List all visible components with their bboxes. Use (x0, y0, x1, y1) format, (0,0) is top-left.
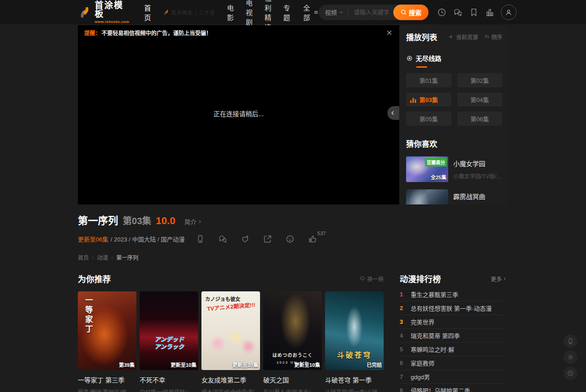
nav-all-label: 全部 (302, 3, 311, 22)
intro-link[interactable]: 简介 (184, 217, 202, 226)
feedback-icon[interactable] (564, 366, 577, 380)
chevron-right-icon (197, 219, 202, 224)
episode-badge: 全25集 (431, 173, 446, 181)
refresh-button[interactable]: 换一换 (359, 275, 384, 283)
poster-text: 一等家丁 (82, 296, 94, 334)
site-logo[interactable]: 首涂模板 www.ishoutu.com (78, 1, 130, 24)
ranking-item-title: 侵略吧！乌贼娘第二季 (411, 386, 470, 392)
like-count: 537 (317, 231, 326, 236)
ranking-item[interactable]: 4瑞克和莫蒂 第四季 (400, 329, 507, 343)
video-card[interactable]: 一等家丁第39集一等家丁 第三季枫茗/橙璃/罗梓弦/谢必安/... (78, 291, 136, 392)
rank-number: 4 (400, 332, 405, 339)
close-icon[interactable] (386, 29, 393, 36)
poster-image: 一等家丁第39集 (78, 291, 136, 370)
video-card[interactable]: はめつのおうこく2023 ON AIR更新至10集破灭之国石川界人/和气杏未/ (263, 291, 322, 392)
player-status-text: 正在连接请稍后... (78, 109, 399, 118)
speaker-icon (449, 34, 455, 40)
line-tab[interactable]: 无尽线路 (406, 54, 502, 68)
episode-button[interactable]: 第01集 (406, 73, 451, 87)
partner-logo-icon (163, 9, 169, 16)
collapse-playlist-button[interactable] (387, 106, 399, 120)
ranking-section: 动漫排行榜 更多 1重生之慕甄第三季2总有妖怪想害朕 第一季·动态漫3完美世界4… (400, 274, 507, 392)
recommend-section: 为你推荐 换一换 一等家丁第39集一等家丁 第三季枫茗/橙璃/罗梓弦/谢必安/.… (78, 274, 384, 392)
breadcrumb-link[interactable]: 动漫 (97, 253, 108, 261)
breadcrumb: 首页›动漫›第一序列 (78, 253, 508, 261)
nav-item[interactable]: 专题 (283, 3, 290, 22)
video-player[interactable]: 提醒： 不要轻易相信视频中的广告，谨防上当受骗！ 正在连接请稍后... (78, 25, 399, 204)
ranking-item[interactable]: 6家庭教师 (400, 356, 507, 370)
partner-logo[interactable]: 首涂模板 | 工作室 (163, 9, 215, 16)
ranking-icon[interactable] (485, 7, 495, 17)
ranking-title: 动漫排行榜 (400, 273, 441, 285)
message-icon[interactable] (453, 7, 463, 17)
episode-grid: 第01集第02集第03集第04集第05集第06集 (406, 73, 502, 126)
rank-number: 3 (400, 318, 405, 325)
more-button[interactable]: 更多 (491, 275, 507, 283)
hamburger-icon (314, 9, 319, 16)
episode-button[interactable]: 第05集 (406, 112, 451, 126)
logo-site: www.ishoutu.com (95, 20, 130, 24)
share-icon[interactable] (263, 234, 273, 244)
target-icon (406, 55, 413, 62)
card-subtitle: 枫茗/橙璃/罗梓弦/谢必安/... (78, 388, 136, 392)
episode-label: 第06集 (471, 114, 489, 123)
refresh-icon (359, 276, 365, 282)
like-icon[interactable]: 537 (308, 234, 318, 244)
gear-icon[interactable] (564, 350, 577, 364)
episode-label: 第03集 (419, 95, 438, 104)
nav-item[interactable]: 电视剧 (246, 0, 253, 27)
page: 首涂模板 www.ishoutu.com 首页 首涂模板 | 工作室 电影电视剧… (0, 0, 586, 392)
card-title: 破灭之国 (263, 375, 322, 384)
logo-icon (78, 5, 92, 20)
bookmark-icon[interactable] (469, 7, 479, 17)
guess-item-title: 小魔女学园 (453, 159, 502, 168)
poster-text: 斗破苍穹 (325, 349, 384, 360)
breadcrumb-link[interactable]: 首页 (78, 253, 89, 261)
mobile-icon[interactable] (195, 234, 206, 244)
mobile-app-icon[interactable] (564, 334, 577, 348)
comment-icon[interactable] (285, 234, 295, 244)
user-icon[interactable] (501, 5, 516, 20)
navbar-icons (437, 5, 516, 20)
card-subtitle: 中村悠一/佳原萌枝/ (140, 388, 198, 392)
logo-title: 首涂模板 (95, 1, 130, 18)
search-input[interactable] (353, 8, 393, 16)
nav-item-home[interactable]: 首页 (144, 3, 151, 22)
line-tab-label: 无尽线路 (416, 54, 441, 63)
episode-badge: 已完结 (367, 361, 382, 368)
ad-warning-bar: 提醒： 不要轻易相信视频中的广告，谨防上当受骗！ (78, 25, 399, 40)
rank-number: 5 (400, 346, 405, 353)
ranking-item[interactable]: 1重生之慕甄第三季 (400, 288, 507, 301)
nav-item[interactable]: 电影 (227, 3, 234, 22)
guess-title: 猜你喜欢 (406, 138, 502, 149)
episode-button[interactable]: 第02集 (457, 73, 503, 87)
playlist-sidebar: 播放列表 当前资源 倒序 无尽线路 (400, 25, 508, 204)
breadcrumb-separator: › (92, 254, 94, 261)
episode-button[interactable]: 第03集 (406, 92, 451, 107)
current-source-button[interactable]: 当前资源 (449, 33, 478, 41)
guess-item[interactable]: 更新至6集霹雳战冥曲霹雳战冥曲2022/霹雳... (406, 189, 502, 204)
wechat-icon[interactable] (218, 234, 228, 244)
ranking-item[interactable]: 2总有妖怪想害朕 第一季·动态漫 (400, 301, 507, 315)
ranking-item[interactable]: 7gdgd男 (400, 370, 507, 384)
rank-number: 1 (400, 291, 405, 298)
search-category-dropdown[interactable]: 视频 (325, 8, 343, 16)
ranking-item[interactable]: 8侵略吧！乌贼娘第二季 (400, 384, 507, 392)
navbar: 首涂模板 www.ishoutu.com 首页 首涂模板 | 工作室 电影电视剧… (0, 0, 586, 24)
episode-label: 第04集 (471, 95, 489, 104)
ranking-item[interactable]: 5寒蝉鸣泣之时·解 (400, 343, 507, 356)
nav-item-all[interactable]: 全部 (302, 3, 319, 22)
video-card[interactable]: アンデッドアンラック更新至10集不死不幸中村悠一/佳原萌枝/ (140, 291, 198, 392)
history-icon[interactable] (437, 7, 447, 17)
episode-button[interactable]: 第04集 (457, 92, 503, 107)
video-card[interactable]: カノジョも彼女TVアニメ2期決定!!!更新至10集女友成堆第二季榎木淳弥/佐仓绫… (201, 291, 260, 392)
favorite-icon[interactable] (240, 234, 250, 244)
breadcrumb-current: 第一序列 (116, 253, 138, 261)
search-button[interactable]: 搜索 (393, 5, 429, 20)
rank-number: 6 (400, 360, 405, 366)
video-card[interactable]: 斗破苍穹已完结斗破苍穹 第一季斗破苍穹/第一季/斗破苍穹... (325, 291, 384, 392)
episode-button[interactable]: 第06集 (457, 112, 503, 126)
guess-item[interactable]: 豆瓣高分全25集小魔女学园小魔女学园/TV版/リト... (406, 156, 502, 182)
reverse-order-button[interactable]: 倒序 (484, 33, 502, 41)
ranking-item[interactable]: 3完美世界 (400, 315, 507, 329)
